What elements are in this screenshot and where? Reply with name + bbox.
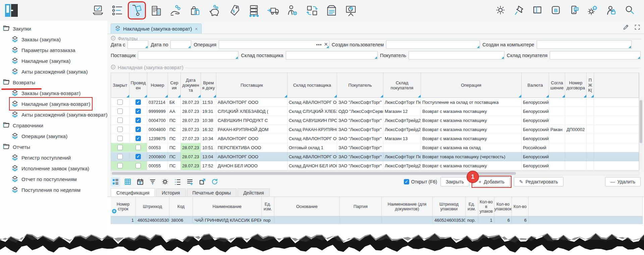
grid-cell[interactable] (129, 98, 147, 107)
detail-cell[interactable]: ЧАЙ ГРИНФИЛД КЛАССИК БРЕКФАС (193, 216, 262, 224)
grid-cell[interactable]: Склад АВАЛОНТОРГ ОО (287, 152, 337, 161)
package-box-icon[interactable] (323, 2, 339, 18)
grid-cell[interactable]: АВАЛОНТОРГ ООО (216, 134, 287, 143)
grid-cell[interactable] (129, 152, 147, 161)
calendar-icon[interactable] (136, 177, 145, 186)
grid-cell[interactable]: 28.07.23 (181, 98, 201, 107)
grid-cell[interactable]: Белорусский (522, 98, 549, 107)
grid-cell[interactable] (549, 161, 565, 170)
checkbox[interactable] (117, 109, 123, 114)
column-header[interactable]: Покупатель (337, 73, 383, 98)
column-header[interactable]: Операция (421, 73, 522, 98)
presentation-chart-icon[interactable] (343, 2, 359, 18)
grid-row[interactable]: 0004800ПС28.07.2316:32РАКАН-КРУПЯНОЙ ДОМ… (111, 125, 639, 134)
sort-ascending-icon[interactable] (112, 209, 117, 215)
tab-invoices-purchase-return[interactable]: Накладные (закупка-возврат) × (111, 24, 202, 34)
detail-column-header[interactable]: Штрихкод упаковки (433, 197, 466, 216)
grid-cell[interactable]: АВАЛОНТОРГ ООО (216, 98, 287, 107)
grid-cell[interactable]: РАКАН-КРУПЯНОЙ ДОМ (216, 125, 287, 134)
detail-column-header[interactable]: Ед. изм. (262, 197, 274, 216)
server-stack-icon[interactable] (246, 2, 262, 18)
checkbox[interactable] (117, 127, 123, 132)
person-lock-icon[interactable] (605, 4, 617, 16)
delivery-truck-icon[interactable] (265, 2, 281, 18)
grid-cell[interactable]: Белорусский (522, 134, 549, 143)
grid-cell[interactable]: Поступление на склад от поставщика (421, 98, 522, 107)
grid-cell[interactable]: Возврат с магазина поставщику (421, 134, 522, 143)
grid-cell[interactable] (565, 107, 587, 116)
settings-gear-icon[interactable] (160, 177, 170, 186)
grid-cell[interactable]: 0004700 (147, 116, 168, 125)
laptop-check-icon[interactable] (90, 2, 106, 18)
grid-cell[interactable]: Белорусский (522, 152, 549, 161)
grid-cell[interactable] (587, 161, 594, 170)
grid-cell[interactable] (549, 134, 565, 143)
column-header[interactable]: Дата документа (181, 73, 201, 98)
grid-cell[interactable] (587, 98, 594, 107)
grid-cell[interactable]: ЛюксСофтТрейд2 (383, 125, 421, 134)
numbered-list-icon[interactable] (173, 177, 182, 186)
filter-input[interactable]: •••✕ (219, 40, 329, 49)
column-header[interactable]: Поставщик (216, 73, 287, 98)
filter-input[interactable] (537, 40, 632, 49)
grid-cell[interactable]: ОДО "ЛюксСофтСервис (337, 107, 383, 116)
open-window-icon[interactable] (198, 177, 207, 186)
sidebar-item[interactable]: Операции (закупка) (11, 132, 67, 140)
grid-cell[interactable]: Склад РАКАН-КРУПЯНО (287, 125, 337, 134)
detail-column-header[interactable]: Код (169, 197, 193, 216)
checkbox[interactable] (117, 163, 123, 168)
grid-cell[interactable]: Склад АВАЛОНТОРГ ОО (287, 134, 337, 143)
price-tag-icon[interactable]: $ (226, 2, 242, 18)
shopping-bags-icon[interactable] (187, 2, 203, 18)
maximize-icon[interactable] (634, 24, 641, 32)
grid-cell[interactable]: Возврат товара поставщику (черствость) (421, 152, 522, 161)
grid-cell[interactable]: 0372114 (147, 98, 168, 107)
checkbox-icon[interactable] (404, 179, 409, 184)
grid-cell[interactable]: 11:53 (201, 98, 216, 107)
collapse-icon[interactable] (111, 65, 116, 71)
grid-cell[interactable] (111, 143, 129, 152)
detail-cell[interactable]: 1 (478, 216, 494, 224)
checkbox[interactable] (136, 118, 141, 123)
detail-cell[interactable]: 6 (512, 216, 529, 224)
grid-row[interactable]: 00055ПС28.07.2317:52ДАНОН БЕЛ ИОООСклад … (111, 161, 639, 170)
grid-cell[interactable]: АВАЛОНТОРГ ООО (216, 152, 287, 161)
detail-column-header[interactable]: Кол-во упаковок (494, 197, 512, 216)
detail-column-header[interactable]: Наименование (193, 197, 262, 216)
grid-cell[interactable] (111, 152, 129, 161)
sidebar-item[interactable]: Поступления по неделям (11, 185, 80, 194)
grid-cell[interactable]: ПС (168, 152, 181, 161)
detail-cell[interactable]: 4605246003530 (136, 216, 169, 224)
grid-cell[interactable] (587, 107, 594, 116)
horizontal-scrollbar[interactable] (111, 171, 639, 175)
grid-cell[interactable]: ПС (168, 134, 181, 143)
sidebar-item[interactable]: Отчет по поступлениям (11, 175, 77, 183)
grid-cell[interactable]: ЗАО "ЛюксСофтТорг" (337, 152, 383, 161)
detail-column-header[interactable]: Ед. изм. (466, 197, 478, 216)
column-header[interactable]: Номер (147, 73, 168, 98)
phone-chat-icon[interactable] (569, 4, 580, 16)
edit-pencil-icon[interactable] (623, 24, 629, 32)
detail-tab[interactable]: Печатные формы (187, 188, 237, 197)
settings-gears-icon[interactable] (587, 4, 598, 16)
sidebar-item[interactable]: Заказы (закупка) (11, 35, 61, 44)
grid-cell[interactable] (129, 134, 147, 143)
grid-cell[interactable] (565, 134, 587, 143)
detail-cell[interactable]: пор. (466, 216, 478, 224)
grid-cell[interactable]: Белорусский (522, 161, 549, 170)
checkbox[interactable] (136, 154, 141, 159)
grid-cell[interactable]: 28.07.23 (181, 107, 201, 116)
grid-cell[interactable]: 2000800 (147, 152, 168, 161)
sidebar-item[interactable]: Накладные (закупка) (11, 56, 70, 65)
grid-cell[interactable] (587, 125, 594, 134)
checklist-icon[interactable] (109, 2, 125, 18)
filter-input[interactable] (286, 51, 378, 59)
detail-column-header[interactable]: Наименование (для документов) (382, 197, 433, 216)
grid-cell[interactable] (549, 116, 565, 125)
sidebar-item[interactable]: Исполнение заявок (закупка) (11, 164, 89, 173)
grid-view-icon[interactable] (123, 177, 132, 186)
column-header[interactable]: Соглашение (549, 73, 565, 98)
grid-cell[interactable]: ПС (168, 125, 181, 134)
detail-column-header[interactable]: Штрихкод (136, 197, 169, 216)
detail-cell[interactable]: 38006 (169, 216, 193, 224)
